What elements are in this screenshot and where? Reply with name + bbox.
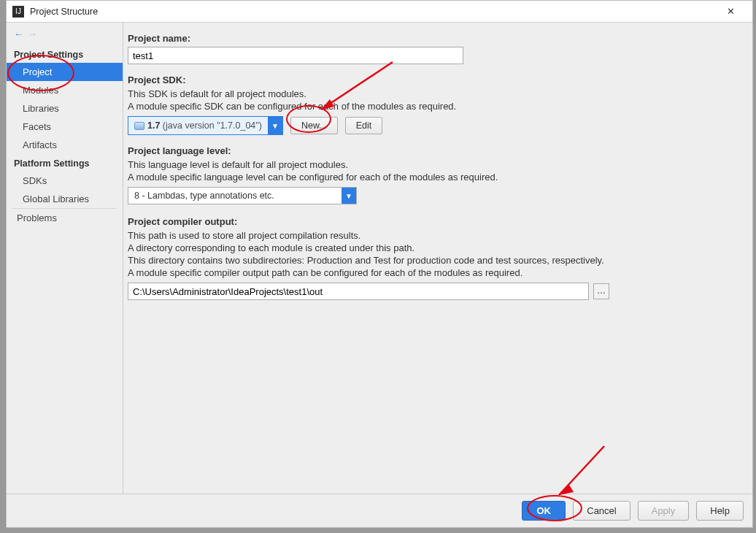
sidebar-item-facets[interactable]: Facets — [7, 118, 123, 136]
back-icon[interactable]: ← — [14, 28, 23, 39]
sdk-folder-icon — [134, 122, 144, 130]
browse-path-button[interactable]: … — [593, 283, 609, 299]
lang-level-value: 8 - Lambdas, type annotations etc. — [128, 188, 342, 204]
sidebar-item-problems[interactable]: Problems — [7, 209, 123, 227]
compiler-out-desc2: A directory corresponding to each module… — [128, 242, 749, 253]
content-pane: Project name: Project SDK: This SDK is d… — [123, 23, 752, 494]
dialog-title: Project Structure — [30, 7, 714, 17]
project-sdk-dropdown[interactable]: 1.7 (java version "1.7.0_04") ▼ — [128, 116, 283, 135]
compiler-out-label: Project compiler output: — [128, 216, 749, 227]
sidebar-item-global-libraries[interactable]: Global Libraries — [7, 190, 123, 208]
project-sdk-value: 1.7 (java version "1.7.0_04") — [147, 120, 262, 131]
sidebar-section-platform-settings: Platform Settings — [7, 154, 123, 172]
project-name-input[interactable] — [128, 47, 463, 64]
compiler-out-desc3: This directory contains two subdirectori… — [128, 255, 749, 266]
project-sdk-desc2: A module specific SDK can be configured … — [128, 101, 749, 112]
forward-icon[interactable]: → — [28, 28, 37, 39]
lang-level-desc1: This language level is default for all p… — [128, 159, 749, 170]
dialog-footer: OK Cancel Apply Help — [7, 494, 752, 527]
chevron-down-icon[interactable]: ▼ — [268, 117, 282, 134]
project-name-label: Project name: — [128, 33, 749, 44]
sidebar-item-project[interactable]: Project — [7, 63, 123, 81]
compiler-out-desc4: A module specific compiler output path c… — [128, 267, 749, 278]
sidebar-item-modules[interactable]: Modules — [7, 81, 123, 99]
project-structure-dialog: IJ Project Structure ✕ ← → Project Setti… — [6, 0, 753, 528]
project-sdk-label: Project SDK: — [128, 74, 749, 85]
close-icon[interactable]: ✕ — [714, 1, 747, 22]
lang-level-desc2: A module specific language level can be … — [128, 172, 749, 183]
project-sdk-desc1: This SDK is default for all project modu… — [128, 88, 749, 99]
sidebar-item-libraries[interactable]: Libraries — [7, 99, 123, 118]
new-sdk-button[interactable]: New... — [290, 117, 338, 134]
titlebar: IJ Project Structure ✕ — [7, 1, 752, 23]
lang-level-dropdown[interactable]: 8 - Lambdas, type annotations etc. ▼ — [128, 187, 357, 204]
chevron-down-icon[interactable]: ▼ — [342, 188, 356, 204]
edit-sdk-button[interactable]: Edit — [345, 117, 383, 134]
apply-button[interactable]: Apply — [638, 501, 690, 521]
sidebar: ← → Project Settings Project Modules Lib… — [7, 23, 123, 494]
sidebar-section-project-settings: Project Settings — [7, 45, 123, 63]
cancel-button[interactable]: Cancel — [573, 501, 630, 521]
sidebar-item-artifacts[interactable]: Artifacts — [7, 136, 123, 154]
sidebar-item-sdks[interactable]: SDKs — [7, 172, 123, 190]
app-icon: IJ — [12, 6, 24, 18]
compiler-out-desc1: This path is used to store all project c… — [128, 230, 749, 241]
ok-button[interactable]: OK — [522, 501, 566, 521]
help-button[interactable]: Help — [696, 501, 744, 521]
compiler-out-input[interactable] — [128, 283, 589, 300]
lang-level-label: Project language level: — [128, 145, 749, 156]
